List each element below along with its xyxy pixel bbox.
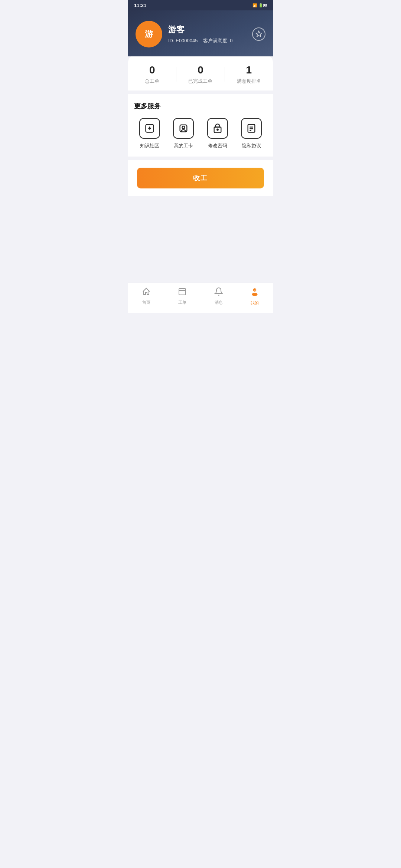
profile-info: 游客 ID: E0000045 客户满意度: 0 [168,24,232,44]
svg-rect-11 [179,289,186,295]
stat-satisfaction-rank-label: 满意度排名 [225,78,273,85]
service-workcard[interactable]: 我的工卡 [168,118,199,149]
workcard-label: 我的工卡 [174,142,193,149]
svg-point-4 [182,126,185,129]
service-knowledge[interactable]: 知识社区 [134,118,165,149]
service-privacy[interactable]: 隐私协议 [236,118,267,149]
profile-satisfaction: 客户满意度: 0 [203,38,232,43]
profile-left: 游 游客 ID: E0000045 客户满意度: 0 [136,21,232,47]
stat-completed-orders: 0 已完成工单 [176,64,224,85]
battery-icon: 🔋90 [258,3,267,7]
profile-id: ID: E0000045 [168,38,198,43]
avatar: 游 [136,21,162,47]
svg-marker-0 [256,31,262,37]
nav-mine[interactable]: 我的 [237,287,273,306]
svg-point-16 [252,293,258,296]
services-title: 更多服务 [134,102,267,111]
status-icons: 📶 🔋90 [252,3,267,7]
status-bar: 11:21 📶 🔋90 [128,0,273,10]
knowledge-icon [139,118,160,139]
stat-total-orders: 0 总工单 [128,64,176,85]
nav-mine-label: 我的 [251,300,259,306]
privacy-label: 隐私协议 [242,142,261,149]
profile-header: 游 游客 ID: E0000045 客户满意度: 0 [128,10,273,56]
nav-message-label: 消息 [215,300,223,305]
profile-name: 游客 [168,24,232,35]
nav-message[interactable]: 消息 [200,287,237,305]
workorder-icon [178,287,187,298]
status-time: 11:21 [134,3,146,8]
password-icon [207,118,228,139]
workcard-icon [173,118,194,139]
nav-workorder-label: 工单 [178,300,186,305]
svg-point-18 [255,290,256,290]
password-label: 修改密码 [208,142,227,149]
services-section: 更多服务 知识社区 我的工卡 [128,94,273,157]
stat-completed-orders-value: 0 [176,64,224,76]
stat-total-orders-value: 0 [128,64,176,76]
mine-icon [250,287,260,299]
stats-card: 0 总工单 0 已完成工单 1 满意度排名 [128,55,273,91]
checkout-button[interactable]: 收工 [137,168,264,188]
services-grid: 知识社区 我的工卡 修改密码 [134,118,267,149]
checkout-section: 收工 [128,160,273,196]
svg-point-15 [253,288,257,292]
svg-point-17 [254,290,254,290]
message-icon [214,287,223,298]
nav-home-label: 首页 [142,300,150,305]
nav-workorder[interactable]: 工单 [164,287,201,305]
profile-meta: ID: E0000045 客户满意度: 0 [168,37,232,44]
home-icon [142,287,151,298]
stat-total-orders-label: 总工单 [128,78,176,85]
settings-button[interactable] [252,27,265,41]
signal-icon: 📶 [252,3,257,7]
svg-point-6 [217,129,218,130]
stat-satisfaction-rank-value: 1 [225,64,273,76]
stat-satisfaction-rank: 1 满意度排名 [225,64,273,85]
nav-home[interactable]: 首页 [128,287,164,305]
service-password[interactable]: 修改密码 [202,118,233,149]
privacy-icon [241,118,262,139]
knowledge-label: 知识社区 [140,142,159,149]
bottom-nav: 首页 工单 消息 [128,283,273,313]
stat-completed-orders-label: 已完成工单 [176,78,224,85]
content-spacer [128,196,273,283]
